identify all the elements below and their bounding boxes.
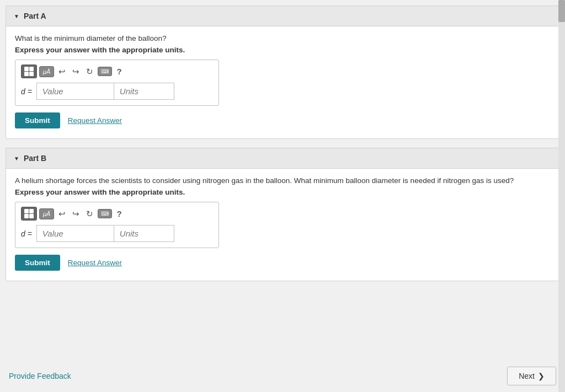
- part-b-body: A helium shortage forces the scientists …: [6, 169, 559, 281]
- grid-cell: [29, 67, 34, 71]
- part-a-submit-btn[interactable]: Submit: [15, 112, 60, 128]
- part-a-units-input[interactable]: [114, 83, 174, 100]
- part-a-collapse-arrow: ▼: [14, 13, 19, 19]
- part-a-section: ▼ Part A What is the minimum diameter of…: [6, 6, 559, 139]
- scrollbar-thumb[interactable]: [558, 0, 565, 22]
- scrollbar-track[interactable]: [558, 0, 565, 392]
- part-a-refresh-btn[interactable]: ↻: [84, 66, 95, 78]
- part-a-help-btn[interactable]: ?: [114, 66, 124, 77]
- bottom-bar: Provide Feedback Next ❯: [0, 360, 565, 392]
- part-b-refresh-btn[interactable]: ↻: [84, 208, 95, 220]
- part-a-title: Part A: [24, 12, 46, 20]
- part-b-action-row: Submit Request Answer: [15, 255, 550, 271]
- part-a-request-answer-btn[interactable]: Request Answer: [68, 116, 122, 125]
- part-b-header[interactable]: ▼ Part B: [6, 148, 559, 169]
- part-a-question: What is the minimum diameter of the ball…: [15, 34, 550, 42]
- part-b-request-answer-btn[interactable]: Request Answer: [68, 259, 122, 267]
- part-a-instruction: Express your answer with the appropriate…: [15, 46, 550, 54]
- part-b-grid-btn[interactable]: [21, 207, 37, 221]
- part-b-submit-btn[interactable]: Submit: [15, 255, 60, 271]
- part-b-value-input[interactable]: [36, 225, 114, 242]
- part-a-keyboard-btn[interactable]: ⌨: [98, 67, 112, 76]
- next-btn-label: Next: [519, 372, 535, 380]
- grid-cell: [29, 209, 34, 213]
- part-a-body: What is the minimum diameter of the ball…: [6, 26, 559, 138]
- part-b-section: ▼ Part B A helium shortage forces the sc…: [6, 148, 559, 281]
- next-arrow-icon: ❯: [538, 372, 545, 380]
- part-a-action-row: Submit Request Answer: [15, 112, 550, 128]
- part-b-keyboard-btn[interactable]: ⌨: [98, 209, 112, 218]
- part-a-mu-btn[interactable]: μÅ: [39, 66, 54, 77]
- grid-cell: [24, 209, 29, 213]
- part-b-d-label: d =: [21, 229, 32, 238]
- part-b-toolbar: μÅ ↩ ↪ ↻ ⌨ ?: [21, 207, 213, 221]
- grid-cell: [29, 72, 34, 76]
- part-a-toolbar: μÅ ↩ ↪ ↻ ⌨ ?: [21, 65, 213, 78]
- part-b-undo-btn[interactable]: ↩: [56, 208, 68, 220]
- part-b-question: A helium shortage forces the scientists …: [15, 176, 550, 185]
- part-a-answer-box: μÅ ↩ ↪ ↻ ⌨ ? d =: [15, 60, 219, 106]
- part-a-grid-btn[interactable]: [21, 65, 37, 78]
- provide-feedback-link[interactable]: Provide Feedback: [9, 372, 71, 380]
- part-a-value-input[interactable]: [36, 83, 114, 100]
- grid-cell: [24, 67, 29, 71]
- part-a-redo-btn[interactable]: ↪: [70, 66, 82, 78]
- part-b-help-btn[interactable]: ?: [114, 208, 124, 219]
- part-a-undo-btn[interactable]: ↩: [56, 66, 68, 78]
- part-b-input-row: d =: [21, 225, 213, 242]
- grid-icon-b: [24, 209, 34, 218]
- grid-cell: [24, 72, 29, 76]
- part-a-d-label: d =: [21, 87, 32, 96]
- grid-icon: [24, 67, 34, 76]
- part-a-header[interactable]: ▼ Part A: [6, 6, 559, 26]
- next-btn[interactable]: Next ❯: [507, 367, 556, 385]
- part-b-collapse-arrow: ▼: [14, 155, 19, 162]
- grid-cell: [24, 214, 29, 218]
- grid-cell: [29, 214, 34, 218]
- page-wrapper: ▼ Part A What is the minimum diameter of…: [0, 0, 565, 392]
- part-b-mu-btn[interactable]: μÅ: [39, 208, 54, 219]
- part-a-input-row: d =: [21, 83, 213, 100]
- part-b-redo-btn[interactable]: ↪: [70, 208, 82, 220]
- part-b-answer-box: μÅ ↩ ↪ ↻ ⌨ ? d =: [15, 202, 219, 248]
- part-b-units-input[interactable]: [114, 225, 174, 242]
- part-b-title: Part B: [24, 154, 46, 163]
- part-b-instruction: Express your answer with the appropriate…: [15, 188, 550, 196]
